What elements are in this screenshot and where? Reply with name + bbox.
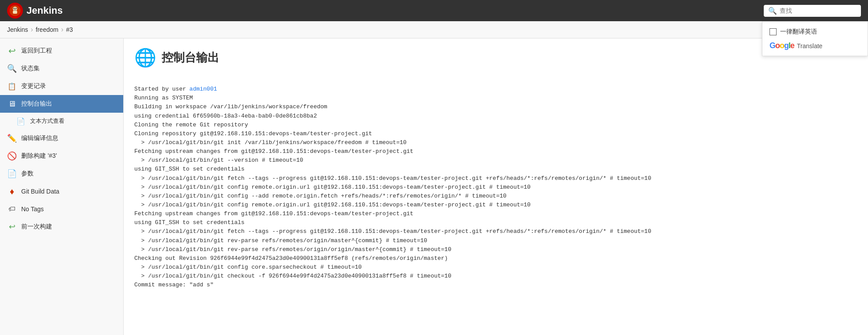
console-line-5: Cloning repository git@192.168.110.151:d… <box>134 130 372 137</box>
console-output-block: Started by user admin001 Running as SYST… <box>134 76 857 299</box>
console-line-4: Cloning the remote Git repository <box>134 122 248 128</box>
sidebar-item-params[interactable]: 📄 参数 <box>0 165 123 183</box>
google-translate-branding: Google Translate <box>769 41 860 50</box>
svg-point-4 <box>15 8 17 9</box>
translate-option-label: 一律翻译英语 <box>780 28 817 36</box>
jenkins-logo[interactable]: Jenkins <box>7 3 63 19</box>
sidebar-item-text-view[interactable]: 📄 文本方式查看 <box>0 113 123 129</box>
translate-checkbox[interactable] <box>769 28 777 35</box>
sidebar-label-text-view: 文本方式查看 <box>30 117 64 125</box>
console-line-6: > /usr/local/git/bin/git init /var/lib/j… <box>134 139 406 146</box>
status-icon: 🔍 <box>7 64 17 73</box>
translate-popup: 一律翻译英语 Google Translate <box>762 21 868 56</box>
page-title-row: 🌐 控制台输出 <box>134 47 857 68</box>
sidebar-item-delete-build[interactable]: 🚫 删除构建 '#3' <box>0 147 123 165</box>
console-line-14: Fetching upstream changes from git@192.1… <box>134 210 413 217</box>
sidebar-label-params: 参数 <box>21 170 34 178</box>
sidebar-label-edit: 编辑编译信息 <box>21 134 58 142</box>
sidebar-item-status-set[interactable]: 🔍 状态集 <box>0 60 123 77</box>
console-line-1: Running as SYSTEM <box>134 95 193 101</box>
no-tags-icon: 🏷 <box>7 204 17 214</box>
console-line-17: > /usr/local/git/bin/git rev-parse refs/… <box>134 237 427 244</box>
jenkins-title: Jenkins <box>27 5 63 16</box>
git-icon: ♦ <box>7 187 17 196</box>
console-line-22: Commit message: "add s" <box>134 282 213 288</box>
console-line-0: Started by user admin001 <box>134 86 217 92</box>
sidebar-item-no-tags[interactable]: 🏷 No Tags <box>0 200 123 218</box>
sidebar-label-prev: 前一次构建 <box>21 223 52 231</box>
admin-link[interactable]: admin001 <box>190 86 217 92</box>
sidebar-item-back-to-project[interactable]: ↩ 返回到工程 <box>0 42 123 60</box>
console-line-2: Building in workspace /var/lib/jenkins/w… <box>134 103 327 110</box>
sidebar-item-edit-build[interactable]: ✏️ 编辑编译信息 <box>0 129 123 147</box>
console-line-18: > /usr/local/git/bin/git rev-parse refs/… <box>134 246 451 253</box>
sidebar-label-delete: 删除构建 '#3' <box>21 152 57 160</box>
translate-option[interactable]: 一律翻译英语 <box>769 28 860 36</box>
console-line-19: Checking out Revision 926f6944e99f4d2475… <box>134 255 448 262</box>
back-icon: ↩ <box>7 46 17 56</box>
changelog-icon: 📋 <box>7 81 17 91</box>
sidebar: ↩ 返回到工程 🔍 状态集 📋 变更记录 🖥 控制台输出 📄 文本方式查看 ✏️… <box>0 38 124 335</box>
console-line-10: > /usr/local/git/bin/git fetch --tags --… <box>134 175 651 182</box>
breadcrumb-freedom[interactable]: freedom <box>36 26 58 33</box>
header: Jenkins 🔍 <box>0 0 868 21</box>
breadcrumb-jenkins[interactable]: Jenkins <box>7 26 28 33</box>
search-input[interactable] <box>780 7 857 14</box>
google-logo: Google <box>769 41 794 50</box>
text-view-icon: 📄 <box>16 116 26 126</box>
sidebar-label-git: Git Build Data <box>21 188 59 195</box>
edit-icon: ✏️ <box>7 133 17 143</box>
console-line-12: > /usr/local/git/bin/git config --add re… <box>134 193 507 199</box>
page-title: 控制台输出 <box>162 50 219 65</box>
svg-point-3 <box>14 8 15 9</box>
translate-text: Translate <box>797 42 823 49</box>
sidebar-item-console-output[interactable]: 🖥 控制台输出 <box>0 95 123 113</box>
console-line-3: using credential 6f65960b-18a3-4eba-bab0… <box>134 113 317 119</box>
delete-icon: 🚫 <box>7 151 17 161</box>
breadcrumb-sep-2: › <box>61 26 63 34</box>
console-line-20: > /usr/local/git/bin/git config core.spa… <box>134 264 362 270</box>
main-content: 🌐 控制台输出 Started by user admin001 Running… <box>124 38 868 335</box>
console-line-8: > /usr/local/git/bin/git --version # tim… <box>134 157 303 164</box>
prev-build-icon: ↩ <box>7 222 17 232</box>
sidebar-label-status: 状态集 <box>21 65 40 72</box>
breadcrumb-build: #3 <box>66 26 73 33</box>
console-line-11: > /usr/local/git/bin/git config remote.o… <box>134 184 531 190</box>
sidebar-label-changelog: 变更记录 <box>21 82 46 90</box>
console-line-15: using GIT_SSH to set credentials <box>134 219 245 226</box>
console-line-13: > /usr/local/git/bin/git config remote.o… <box>134 202 531 208</box>
main-layout: ↩ 返回到工程 🔍 状态集 📋 变更记录 🖥 控制台输出 📄 文本方式查看 ✏️… <box>0 38 868 335</box>
sidebar-item-git-build-data[interactable]: ♦ Git Build Data <box>0 183 123 200</box>
console-line-7: Fetching upstream changes from git@192.1… <box>134 148 413 155</box>
svg-rect-2 <box>13 11 17 14</box>
console-line-21: > /usr/local/git/bin/git checkout -f 926… <box>134 273 451 279</box>
breadcrumb-sep-1: › <box>30 26 33 34</box>
console-line-9: using GIT_SSH to set credentials <box>134 166 245 172</box>
console-line-16: > /usr/local/git/bin/git fetch --tags --… <box>134 228 651 235</box>
params-icon: 📄 <box>7 169 17 179</box>
sidebar-label-no-tags: No Tags <box>21 206 44 213</box>
search-icon: 🔍 <box>768 7 777 15</box>
breadcrumb: Jenkins › freedom › #3 <box>0 21 868 38</box>
sidebar-label-console: 控制台输出 <box>21 100 52 108</box>
sidebar-item-change-log[interactable]: 📋 变更记录 <box>0 77 123 95</box>
console-icon: 🖥 <box>7 99 17 109</box>
globe-icon: 🌐 <box>134 47 156 68</box>
sidebar-item-prev-build[interactable]: ↩ 前一次构建 <box>0 218 123 236</box>
jenkins-icon <box>7 3 23 19</box>
search-box[interactable]: 🔍 <box>764 5 861 17</box>
sidebar-label-back: 返回到工程 <box>21 47 52 55</box>
